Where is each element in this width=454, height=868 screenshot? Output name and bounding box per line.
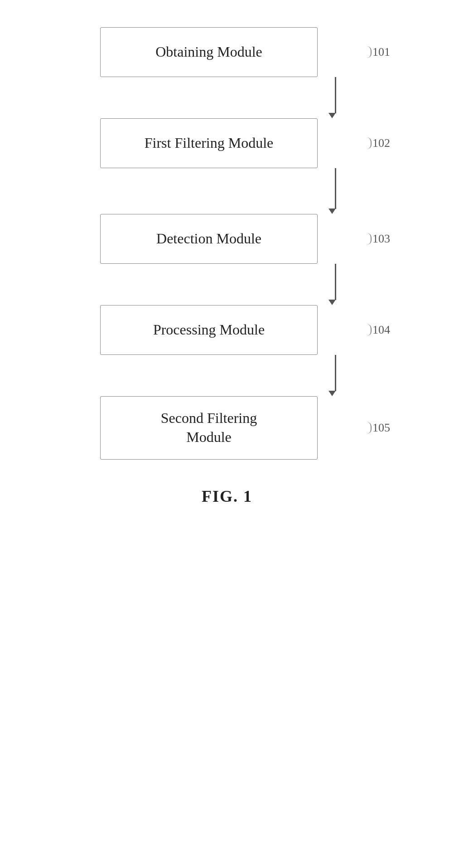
ref-102-wrapper: 102 [372, 136, 390, 150]
flow-chart: Obtaining Module 101 First Filtering Mod… [100, 27, 354, 460]
module-row-103: Detection Module 103 [100, 214, 354, 264]
connector-4 [335, 355, 336, 391]
first-filtering-module-label: First Filtering Module [145, 134, 273, 153]
first-filtering-module-box: First Filtering Module [100, 118, 318, 168]
detection-module-box: Detection Module [100, 214, 318, 264]
ref-103: 103 [372, 232, 390, 246]
ref-104: 104 [372, 323, 390, 337]
connector-2 [335, 168, 336, 209]
ref-101-wrapper: 101 [372, 45, 390, 59]
ref-103-wrapper: 103 [372, 232, 390, 246]
diagram-container: Obtaining Module 101 First Filtering Mod… [0, 0, 454, 868]
ref-105-wrapper: 105 [372, 421, 390, 435]
connector-1 [335, 77, 336, 113]
arrow-1 [328, 113, 336, 118]
processing-module-label: Processing Module [153, 320, 265, 339]
module-row-105: Second FilteringModule 105 [100, 396, 354, 460]
obtaining-module-label: Obtaining Module [155, 43, 262, 62]
connector-3 [335, 264, 336, 300]
arrow-4 [328, 391, 336, 396]
ref-101: 101 [372, 45, 390, 59]
detection-module-label: Detection Module [156, 229, 261, 248]
second-filtering-module-label: Second FilteringModule [161, 409, 257, 446]
arrow-2 [328, 209, 336, 214]
module-row-104: Processing Module 104 [100, 305, 354, 355]
obtaining-module-box: Obtaining Module [100, 27, 318, 77]
ref-104-wrapper: 104 [372, 323, 390, 337]
ref-102: 102 [372, 136, 390, 150]
arrow-3 [328, 300, 336, 305]
processing-module-box: Processing Module [100, 305, 318, 355]
ref-105: 105 [372, 421, 390, 435]
module-row-102: First Filtering Module 102 [100, 118, 354, 168]
second-filtering-module-box: Second FilteringModule [100, 396, 318, 460]
module-row-101: Obtaining Module 101 [100, 27, 354, 77]
figure-label: FIG. 1 [202, 487, 252, 506]
